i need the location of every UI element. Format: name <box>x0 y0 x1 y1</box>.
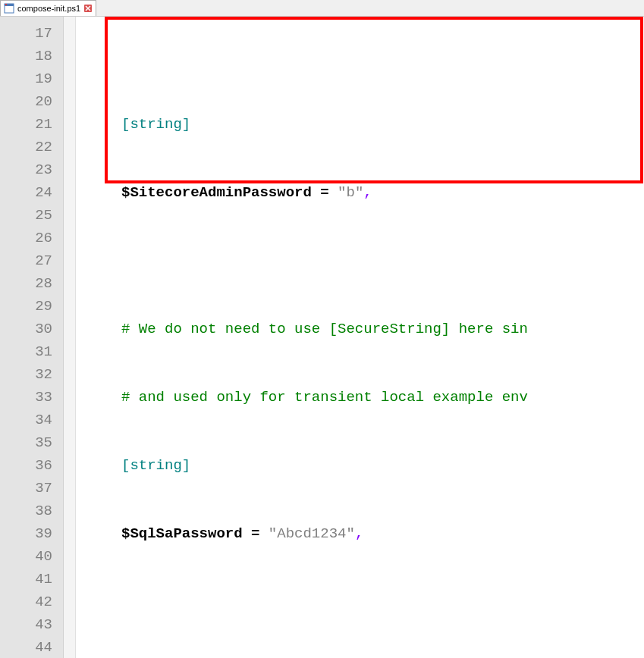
line-number: 22 <box>0 136 52 158</box>
line-number: 19 <box>0 67 52 90</box>
line-number: 38 <box>0 500 52 522</box>
code-line: # and used only for transient local exam… <box>76 386 528 409</box>
line-number: 39 <box>0 522 52 545</box>
line-number: 27 <box>0 249 52 272</box>
code-line: $SqlSaPassword = "Abcd1234", <box>76 522 528 545</box>
line-number: 26 <box>0 227 52 249</box>
line-number: 37 <box>0 477 52 500</box>
code-editor[interactable]: 17 18 19 20 21 22 23 24 25 26 27 28 29 3… <box>0 17 644 658</box>
line-number: 21 <box>0 113 52 136</box>
line-number: 33 <box>0 386 52 409</box>
line-number: 34 <box>0 409 52 431</box>
line-number: 43 <box>0 613 52 636</box>
line-number: 40 <box>0 545 52 568</box>
code-line <box>76 249 528 272</box>
close-icon[interactable] <box>83 4 93 13</box>
file-icon <box>4 3 14 14</box>
line-number: 35 <box>0 431 52 454</box>
line-number: 24 <box>0 181 52 204</box>
tab-bar: compose-init.ps1 <box>0 0 644 17</box>
line-number: 23 <box>0 158 52 181</box>
code-line: [string] <box>76 113 528 136</box>
line-number: 17 <box>0 22 52 45</box>
line-number: 20 <box>0 90 52 113</box>
line-number-gutter: 17 18 19 20 21 22 23 24 25 26 27 28 29 3… <box>0 17 64 658</box>
line-number: 18 <box>0 45 52 67</box>
line-number: 31 <box>0 340 52 363</box>
tab-filename: compose-init.ps1 <box>17 4 80 13</box>
line-number: 30 <box>0 318 52 340</box>
code-line: $SitecoreAdminPassword = "b", <box>76 181 528 204</box>
file-tab[interactable]: compose-init.ps1 <box>0 0 96 16</box>
line-number: 41 <box>0 568 52 591</box>
code-line: [string] <box>76 454 528 477</box>
fold-margin <box>64 17 76 658</box>
line-number: 29 <box>0 295 52 318</box>
line-number: 25 <box>0 204 52 227</box>
line-number: 42 <box>0 591 52 613</box>
line-number: 36 <box>0 454 52 477</box>
line-number: 44 <box>0 636 52 658</box>
code-content[interactable]: [string] $SitecoreAdminPassword = "b", #… <box>76 17 528 658</box>
line-number: 28 <box>0 272 52 295</box>
code-line: # We do not need to use [SecureString] h… <box>76 318 528 340</box>
code-line <box>76 591 528 613</box>
highlight-annotation <box>105 17 643 183</box>
line-number: 32 <box>0 363 52 386</box>
